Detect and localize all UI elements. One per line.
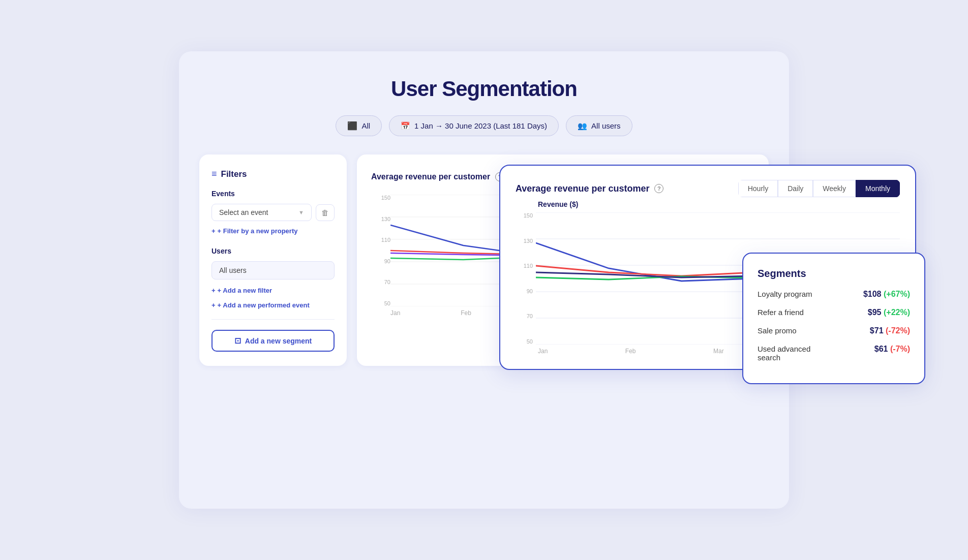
chevron-down-icon: ▼ (298, 209, 304, 215)
add-segment-button[interactable]: ⊡ Add a new segment (211, 330, 335, 352)
fg-tab-weekly[interactable]: Weekly (813, 180, 856, 197)
bg-chart-title: Average revenue per customer ? (371, 172, 504, 181)
fg-chart-header: Average revenue per customer ? Hourly Da… (516, 180, 900, 197)
users-input[interactable] (211, 261, 335, 279)
filters-header: ≡ Filters (211, 169, 335, 179)
calendar-icon: 📅 (401, 121, 410, 131)
plus-icon: + (211, 227, 216, 235)
fg-time-tabs: Hourly Daily Weekly Monthly (738, 180, 900, 197)
top-filters-row: ⬛ All 📅 1 Jan → 30 June 2023 (Last 181 D… (199, 115, 769, 136)
fg-tab-hourly[interactable]: Hourly (738, 180, 778, 197)
fg-tab-monthly[interactable]: Monthly (856, 180, 900, 197)
add-property-link[interactable]: + + Filter by a new property (211, 227, 335, 235)
main-container: User Segmentation ⬛ All 📅 1 Jan → 30 Jun… (179, 51, 789, 509)
segment-row-3: Sale promo $71 (-72%) (758, 326, 910, 335)
add-filter-link[interactable]: + + Add a new filter (211, 287, 335, 294)
event-select-row: Select an event ▼ 🗑 (211, 204, 335, 221)
fg-tab-daily[interactable]: Daily (778, 180, 813, 197)
bg-y-axis: 150 130 110 90 70 50 (371, 195, 390, 306)
plus-icon-3: + (211, 301, 216, 309)
monitor-icon: ⬛ (347, 121, 357, 131)
users-section: Users + + Add a new filter + + Add a new… (211, 247, 335, 309)
users-icon: 👥 (578, 121, 587, 131)
fg-y-axis: 150 130 110 90 70 50 (516, 212, 536, 345)
segments-title: Segments (758, 268, 910, 279)
events-section: Events Select an event ▼ 🗑 + + Filter by… (211, 190, 335, 235)
sidebar-divider (211, 319, 335, 320)
segment-row-4: Used advanced search $61 (-7%) (758, 345, 910, 362)
content-area: ≡ Filters Events Select an event ▼ 🗑 + + (199, 154, 769, 366)
trash-icon: 🗑 (321, 208, 329, 217)
plus-icon-2: + (211, 287, 216, 294)
add-event-link[interactable]: + + Add a new performed event (211, 301, 335, 309)
sidebar: ≡ Filters Events Select an event ▼ 🗑 + + (199, 154, 347, 366)
chart-card-foreground: Average revenue per customer ? Hourly Da… (499, 165, 916, 370)
segment-icon: ⊡ (234, 336, 241, 346)
filter-date[interactable]: 📅 1 Jan → 30 June 2023 (Last 181 Days) (389, 115, 559, 136)
delete-event-button[interactable]: 🗑 (316, 204, 335, 221)
revenue-label: Revenue ($) (538, 200, 900, 208)
segment-row-1: Loyalty program $108 (+67%) (758, 290, 910, 299)
fg-chart-title: Average revenue per customer ? (516, 183, 663, 194)
filter-all[interactable]: ⬛ All (336, 115, 382, 136)
page-title: User Segmentation (199, 77, 769, 101)
segments-popup: Segments Loyalty program $108 (+67%) Ref… (742, 253, 925, 384)
segment-row-2: Refer a friend $95 (+22%) (758, 308, 910, 317)
filter-users[interactable]: 👥 All users (566, 115, 632, 136)
event-select[interactable]: Select an event ▼ (211, 204, 312, 221)
chart-area-background: Average revenue per customer ? Hourly Da… (357, 154, 769, 366)
filter-icon: ≡ (211, 169, 217, 179)
fg-help-icon[interactable]: ? (654, 184, 663, 193)
